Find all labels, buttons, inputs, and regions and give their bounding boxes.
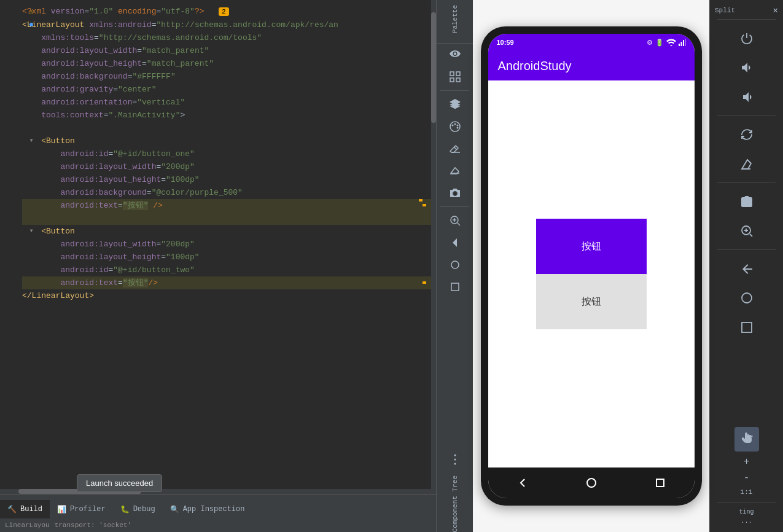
svg-rect-16: [679, 44, 680, 46]
code-line-21: android:text="按钮"/>: [22, 276, 431, 289]
nav-back-btn[interactable]: [515, 475, 530, 490]
more-icon-btn[interactable]: [445, 450, 465, 469]
phone-preview-area: 10:59 ⚙ 🔋 AndroidStudy: [473, 0, 709, 532]
svg-point-14: [454, 458, 456, 460]
svg-point-23: [742, 293, 752, 303]
warn-bar-2: [423, 281, 426, 284]
vertical-scrollbar[interactable]: [431, 0, 436, 489]
svg-rect-18: [683, 40, 684, 46]
panel-divider-5: [717, 502, 776, 503]
svg-point-11: [451, 261, 459, 268]
svg-rect-0: [450, 72, 454, 76]
zoom-plus-btn[interactable]: +: [744, 456, 750, 467]
snapshot-icon-btn[interactable]: [734, 189, 759, 214]
zoom-minus-btn[interactable]: -: [744, 472, 750, 483]
power-icon-btn[interactable]: [734, 26, 759, 50]
panel-divider-3: [717, 182, 776, 183]
ting-label[interactable]: ting: [738, 507, 755, 517]
volume-up-icon-btn[interactable]: [734, 55, 759, 80]
eraser2-icon-btn[interactable]: [445, 161, 465, 181]
phone-button-1[interactable]: 按钮: [536, 219, 647, 274]
svg-point-9: [454, 192, 456, 195]
tab-app-inspection[interactable]: 🔍 App Inspection: [163, 500, 252, 518]
fold-icon-2[interactable]: ▾: [29, 225, 33, 238]
bottom-panel: 🔨 Build 📊 Profiler 🐛 Debug 🔍 App Inspect…: [0, 494, 436, 532]
zoom-in-icon-btn[interactable]: [445, 211, 465, 230]
code-line-7: android:gravity="center": [22, 83, 431, 96]
code-line-6: android:background="#FFFFFF": [22, 70, 431, 83]
close-panel-btn[interactable]: ✕: [773, 5, 778, 15]
gutter-11: ▾: [22, 135, 41, 147]
scrollbar-thumb[interactable]: [431, 12, 436, 123]
panel-header: Split ✕: [710, 5, 783, 15]
horizontal-scrollbar[interactable]: [0, 489, 436, 494]
debug-icon: 🐛: [120, 505, 130, 514]
svg-rect-3: [456, 78, 460, 82]
code-line-2: ● <LinearLayout xmlns:android="http://sc…: [22, 18, 431, 31]
phone-button-2[interactable]: 按钮: [536, 274, 647, 329]
more-dots-btn[interactable]: ...: [738, 517, 755, 526]
svg-point-8: [456, 127, 458, 129]
nav-home-btn[interactable]: [584, 475, 599, 490]
volume-down-icon-btn[interactable]: [734, 85, 759, 109]
svg-point-4: [450, 122, 460, 131]
inspection-icon: 🔍: [170, 505, 179, 514]
svg-point-20: [587, 479, 596, 487]
tab-debug[interactable]: 🐛 Debug: [113, 500, 163, 518]
hand-tool-btn[interactable]: [734, 427, 759, 452]
phone-content: 按钮 按钮: [488, 80, 695, 467]
arrow-left-icon-btn[interactable]: [445, 233, 465, 252]
svg-rect-17: [680, 42, 682, 46]
square-nav-icon-btn[interactable]: [734, 315, 759, 340]
svg-rect-19: [685, 39, 686, 46]
svg-rect-24: [742, 323, 752, 332]
phone-status-bar: 10:59 ⚙ 🔋: [488, 34, 695, 51]
square-icon-btn[interactable]: [445, 277, 465, 297]
palette-icon-btn[interactable]: [445, 117, 465, 136]
status-text: transport: 'socket': [55, 522, 131, 529]
zoom-in-far-icon-btn[interactable]: [734, 219, 759, 243]
settings-icon: ⚙: [647, 39, 653, 47]
panel-title: Split: [715, 7, 735, 14]
far-right-panel: Split ✕: [709, 0, 783, 532]
center-toolbar: Palette: [436, 0, 473, 532]
svg-point-5: [451, 125, 453, 127]
nav-recents-btn[interactable]: [653, 475, 668, 490]
code-editor: ⚠ <?xml version="1.0" encoding="utf-8"?>…: [0, 0, 436, 532]
tab-profiler[interactable]: 📊 Profiler: [50, 500, 113, 518]
gutter-1: ⚠: [22, 6, 41, 18]
debug-label: Debug: [133, 505, 155, 514]
circle-icon-btn[interactable]: [445, 255, 465, 275]
code-line-9: tools:context=".MainActivity">: [22, 109, 431, 122]
warn-bar-1: [423, 204, 426, 206]
code-line-5: android:layout_height="match_parent": [22, 57, 431, 70]
fold-icon[interactable]: ▾: [29, 135, 33, 147]
signal-icon: [679, 39, 686, 46]
camera-icon-btn[interactable]: [445, 183, 465, 203]
phone-button-1-text: 按钮: [582, 240, 601, 253]
code-line-22: </LinearLayout>: [22, 289, 431, 302]
circle-nav-icon-btn[interactable]: [734, 286, 759, 310]
rotate-icon-btn[interactable]: [734, 122, 759, 147]
phone-toolbar: AndroidStudy: [488, 51, 695, 80]
eraser-far-icon-btn[interactable]: [734, 152, 759, 176]
toolbar-divider-1: [440, 90, 469, 91]
eraser-icon-btn[interactable]: [445, 139, 465, 158]
tab-build[interactable]: 🔨 Build: [0, 500, 50, 518]
code-content[interactable]: ⚠ <?xml version="1.0" encoding="utf-8"?>…: [0, 0, 436, 489]
phone-nav-bar: [488, 467, 695, 498]
panel-divider-4: [717, 249, 776, 250]
phone-app-title: AndroidStudy: [498, 59, 572, 73]
code-line-15: android:background="@color/purple_500": [22, 186, 431, 199]
warning-badge: 2: [219, 7, 229, 16]
eye-icon-btn[interactable]: [445, 45, 465, 65]
code-line-18: android:layout_width="200dp": [22, 238, 431, 251]
svg-rect-1: [456, 72, 460, 76]
layers-icon-btn[interactable]: [445, 95, 465, 114]
svg-point-6: [454, 123, 456, 125]
grid-icon-btn[interactable]: [445, 67, 465, 87]
back-nav-icon-btn[interactable]: [734, 256, 759, 281]
svg-rect-12: [451, 283, 459, 291]
battery-icon: 🔋: [655, 39, 664, 47]
panel-divider-2: [717, 115, 776, 116]
